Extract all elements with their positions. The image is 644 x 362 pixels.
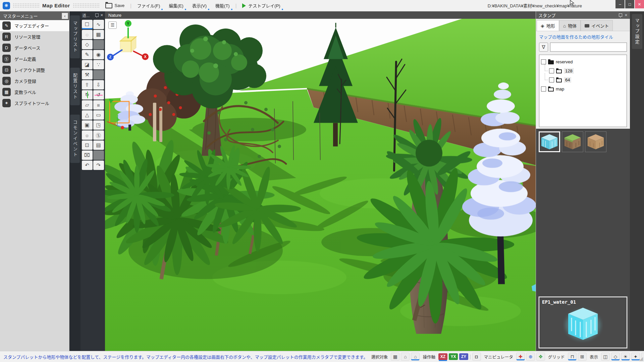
sidebar-item-layout-adjust[interactable]: ⊡ レイアウト調整 — [0, 64, 69, 75]
tool-stamp-import-button[interactable]: ⇩ — [93, 80, 104, 89]
sidebar-item-variable-label[interactable]: ▦ 変数ラベル — [0, 86, 69, 98]
pin-icon[interactable] — [619, 13, 622, 17]
tab-event[interactable]: イベント — [581, 20, 613, 31]
tool-select-marquee-button[interactable]: ☐ — [82, 20, 93, 29]
display-lighting-button[interactable]: ☀ — [621, 353, 630, 361]
menu-edit[interactable]: 編集(E) — [166, 1, 186, 10]
tile-palette-area: EP1_water_01 — [536, 129, 630, 351]
checkbox[interactable] — [549, 77, 554, 82]
tool-redo-button[interactable]: ↷ — [93, 161, 104, 170]
grid-display-button[interactable]: ⊞ — [578, 353, 587, 361]
axis-yx-button[interactable]: YX — [449, 353, 458, 360]
display-layout-button[interactable]: ◫ — [601, 353, 610, 361]
manipulator-scale-button[interactable]: ✥ — [536, 353, 545, 361]
tool-fill-button[interactable]: ◉ — [93, 50, 104, 59]
menu-file[interactable]: ファイル(F) — [134, 1, 163, 10]
tile-row — [539, 131, 627, 152]
tab-map-settings[interactable]: マップ設定 — [632, 14, 642, 49]
tool-rotate-x-button[interactable]: ↺ — [93, 90, 104, 100]
tab-placement-list[interactable]: 配置リスト — [70, 68, 80, 105]
sidebar-item-game-definition[interactable]: Ⓢ ゲーム定義 — [0, 53, 69, 64]
testplay-button[interactable]: テストプレイ(P) — [239, 1, 283, 10]
close-icon[interactable]: ✕ — [100, 13, 103, 17]
manipulator-move-button[interactable]: ✚ — [516, 353, 525, 361]
checkbox[interactable] — [541, 59, 546, 64]
tool-eraser-button[interactable]: ◪ — [82, 60, 93, 69]
stamp-mode-button[interactable]: ◘ — [472, 353, 481, 361]
minimize-button[interactable]: – — [615, 0, 625, 8]
folder-icon — [548, 87, 554, 92]
filter-row: ∇ — [536, 42, 630, 53]
tool-rotate-y-button[interactable]: ↻ — [82, 90, 93, 100]
axis-xz-button[interactable]: XZ — [438, 353, 447, 360]
resize-grip[interactable]: ◢ — [639, 356, 643, 362]
tool-select-lasso-button[interactable]: ◌ — [82, 30, 93, 39]
tile-water[interactable] — [539, 131, 560, 152]
filter-input[interactable] — [550, 43, 627, 52]
menu-function[interactable]: 機能(T) — [212, 1, 233, 10]
tab-map-list[interactable]: マップリスト — [70, 15, 80, 58]
sidebar-collapse-button[interactable]: ‹ — [62, 13, 68, 19]
tool-light-button[interactable]: ☼ — [82, 130, 93, 140]
display-effects-button[interactable]: ✦ — [631, 353, 640, 361]
tool-spray-button[interactable]: ∵ — [93, 60, 104, 69]
filter-funnel-button[interactable]: ∇ — [539, 43, 548, 52]
terrain-description-link[interactable]: マップの地面を作るための地形タイル — [536, 31, 630, 42]
sidebar-item-sprite-tool[interactable]: ✶ スプライトツール — [0, 98, 69, 109]
close-button[interactable]: ✕ — [635, 0, 644, 8]
display-model-button[interactable]: ◇ — [611, 353, 620, 361]
sidebar-item-map-editor[interactable]: ✎ マップエディター — [0, 20, 69, 31]
tool-delete-button[interactable]: ⌧ — [82, 150, 93, 160]
tool-empty-slot — [93, 40, 104, 49]
selection-target-event-button[interactable]: ⌂ — [411, 353, 420, 361]
pin-icon[interactable] — [95, 13, 99, 17]
sidebar-item-camera-register[interactable]: ◎ カメラ登録 — [0, 75, 69, 86]
manipulator-rotate-button[interactable]: ⊕ — [526, 353, 535, 361]
tool-stamp-export-button[interactable]: ⇧ — [82, 80, 93, 89]
checkbox[interactable] — [541, 86, 546, 92]
checkbox[interactable] — [549, 68, 554, 73]
grid-snap-button[interactable]: ⊓ — [568, 353, 577, 361]
selection-target-map-button[interactable]: ▦ — [391, 353, 399, 361]
save-button[interactable]: Save — [102, 2, 128, 10]
tool-select-tiles-button[interactable]: ▦ — [93, 30, 104, 39]
tab-object[interactable]: ⌂ 物体 — [559, 20, 581, 31]
tool-ungroup-button[interactable]: ◳ — [93, 120, 104, 130]
tree-item-reserved[interactable]: reserved — [541, 57, 625, 66]
tool-copy-button[interactable]: ⊡ — [82, 140, 93, 150]
menu-view[interactable]: 表示(V) — [189, 1, 210, 10]
maximize-button[interactable]: □ — [625, 0, 634, 8]
viewport-menu-button[interactable]: ☰ — [108, 21, 117, 29]
tool-group-button[interactable]: ▣ — [82, 120, 93, 130]
tool-shovel-button[interactable]: ⚒ — [82, 70, 93, 79]
stamp-panel-title: スタンプ — [538, 12, 616, 18]
tool-box-button[interactable]: ▭ — [93, 110, 104, 120]
tool-layers-button[interactable]: ≡ — [93, 100, 104, 110]
tool-empty-slot — [93, 150, 104, 160]
tool-select-box-button[interactable]: ◇ — [82, 40, 93, 49]
tool-cone-button[interactable]: △ — [82, 110, 93, 120]
tree-item-map[interactable]: map — [541, 84, 625, 94]
tab-common-events[interactable]: コモンイベント — [70, 115, 80, 163]
tab-label: 地形 — [546, 22, 555, 29]
tool-select-curve-button[interactable]: ∿ — [93, 20, 104, 29]
tool-undo-button[interactable]: ↶ — [82, 161, 93, 170]
sidebar-item-resource-manager[interactable]: R リソース管理 — [0, 31, 69, 42]
tab-terrain[interactable]: ◈ 地形 — [537, 20, 559, 31]
axis-zy-button[interactable]: ZY — [459, 353, 468, 360]
drag-handle-dots — [73, 3, 100, 8]
tool-slope-button[interactable]: ▱ — [82, 100, 93, 110]
selection-target-object-button[interactable]: ⌂ — [401, 353, 410, 361]
tool-paste-button[interactable]: ▤ — [93, 140, 104, 150]
main-area: マスターメニュー ‹ ✎ マップエディター R リソース管理 D データベース … — [0, 11, 644, 351]
viewport-3d-scene[interactable]: Y Z X — [105, 19, 536, 351]
tool-special-s-button[interactable]: Ⓢ — [93, 130, 104, 140]
water-preview-cube — [563, 305, 603, 344]
tile-dirt[interactable] — [585, 131, 606, 152]
tree-item-128[interactable]: 128 — [541, 66, 625, 75]
close-icon[interactable]: ✕ — [625, 13, 628, 17]
tile-grass[interactable] — [562, 131, 583, 152]
sidebar-item-database[interactable]: D データベース — [0, 42, 69, 53]
tree-item-64[interactable]: 64 — [541, 75, 625, 84]
tool-pencil-button[interactable]: ✎ — [82, 50, 93, 59]
